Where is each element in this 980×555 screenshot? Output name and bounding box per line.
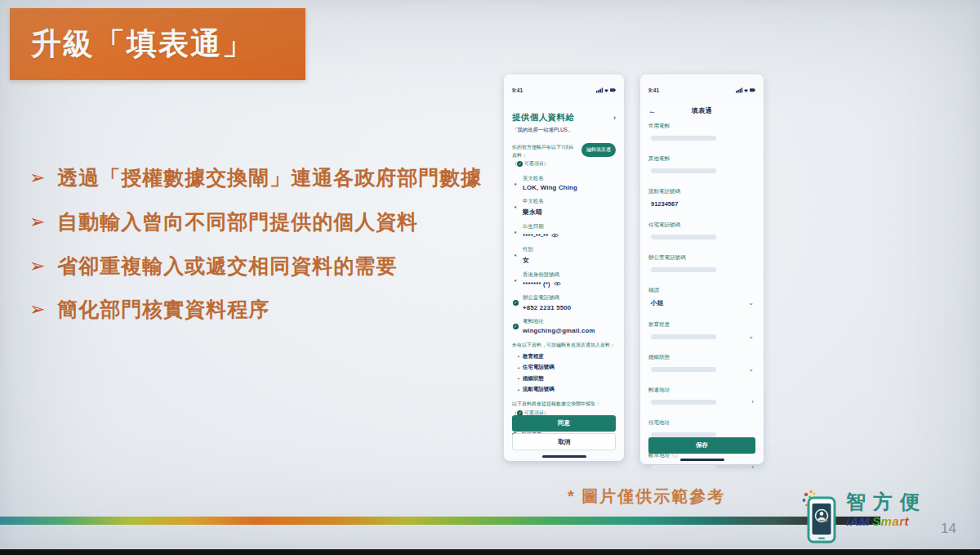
logo-name-en: iAMSmart [846, 514, 927, 528]
field-value-row: 樂永晴 [523, 205, 544, 217]
phone-screenshot-form-filler: 9:41 ← 填表通 常用電郵其他電郵流動電話號碼91234567住宅電話號碼辦… [640, 74, 764, 464]
faint-placeholder [651, 267, 716, 272]
check-circle-icon: ✓ [512, 294, 519, 310]
personal-data-field: ✓辦公室電話號碼+852 2231 5500 [512, 294, 616, 311]
form-field-value-row[interactable] [648, 234, 755, 240]
field-value-row: ****-**-** [523, 231, 559, 240]
field-content: 英文姓名LOK, Wing Ching [523, 175, 577, 192]
slide-title-banner: 升級「填表通」 [10, 8, 305, 80]
form-field-label-row: 住宅地址 [648, 419, 755, 427]
logo-name-zh: 智方便 [846, 491, 927, 512]
back-arrow-icon[interactable]: ← [648, 106, 657, 115]
field-label: 電郵地址 [523, 318, 595, 325]
chevron-right-icon[interactable]: › [751, 400, 754, 405]
missing-data-item: •教育程度 [512, 353, 616, 360]
missing-data-label: 住宅電話號碼 [523, 364, 554, 371]
form-field[interactable]: 婚姻狀態⌄ [648, 354, 755, 373]
form-field-label-row: 常用電郵 [648, 123, 755, 130]
provide-data-header-row[interactable]: 提供個人資料給 › [512, 112, 616, 123]
form-field-label: 住宅電話號碼 [648, 222, 680, 229]
form-field[interactable]: 帳單地址ⓘ› [648, 452, 755, 471]
bullet-dot-icon: • [518, 354, 519, 359]
field-content: 出生日期****-**-** [523, 223, 559, 240]
field-label: 英文姓名 [523, 175, 577, 182]
personal-data-field-list: *英文姓名LOK, Wing Ching*中文姓名樂永晴*出生日期****-**… [512, 175, 616, 335]
exchange-gateway-note: 以下資料將會從授權數據交換閘中獲取： [512, 401, 616, 408]
logo-en-suffix: Smart [872, 514, 909, 528]
chevron-right-icon[interactable]: › [751, 465, 754, 470]
form-field-value-row[interactable]: › [648, 399, 755, 405]
personal-data-field: ✓電郵地址wingching@gmail.com [512, 318, 616, 335]
field-label: 中文姓名 [523, 198, 544, 205]
bullet-arrow-icon: ➢ [29, 166, 45, 190]
bullet-arrow-icon: ➢ [29, 298, 45, 321]
bullet-text: 自動輸入曾向不同部門提供的個人資料 [57, 210, 418, 234]
account-data-intro: 你的智方便帳戶有以下7項目資料： （✓ 可選項目） [512, 143, 578, 168]
chevron-down-icon[interactable]: ⌄ [748, 301, 754, 306]
chevron-down-icon[interactable]: ⌄ [748, 334, 754, 339]
form-field[interactable]: 郵遞地址› [648, 387, 755, 405]
bullet-item: ➢自動輸入曾向不同部門提供的個人資料 [29, 210, 499, 234]
form-field[interactable]: 稱謂小姐⌄ [648, 287, 755, 307]
form-field-label-row: 辦公室電話號碼 [648, 254, 755, 262]
missing-data-label: 教育程度 [523, 353, 544, 360]
form-field[interactable]: 常用電郵 [648, 123, 755, 141]
status-icons [596, 87, 616, 93]
cancel-button[interactable]: 取消 [512, 433, 616, 450]
agree-button[interactable]: 同意 [512, 415, 616, 432]
bullet-item: ➢簡化部門核實資料程序 [29, 298, 499, 321]
form-field-value-row[interactable]: ⌄ [648, 366, 755, 373]
bullet-text: 透過「授權數據交換閘」連通各政府部門數據 [57, 166, 482, 190]
form-field-value-row[interactable] [648, 135, 755, 141]
bullet-list: ➢透過「授權數據交換閘」連通各政府部門數據➢自動輸入曾向不同部門提供的個人資料➢… [29, 166, 499, 342]
signal-wifi-battery-icons [596, 87, 616, 93]
form-field[interactable]: 住宅電話號碼 [648, 222, 755, 240]
eye-icon[interactable] [551, 231, 559, 238]
form-field-value-row[interactable]: 91234567 [648, 200, 755, 208]
status-time: 9:41 [648, 87, 659, 93]
form-field-label-row: 教育程度 [648, 321, 755, 329]
service-name: 「我的政府一站通PLUS」 [512, 127, 616, 134]
personal-data-field: *中文姓名樂永晴 [512, 198, 616, 217]
field-value: LOK, Wing Ching [523, 184, 577, 191]
missing-data-item: •婚姻狀態 [512, 375, 616, 383]
field-value-row: wingching@gmail.com [523, 325, 595, 335]
page-number: 14 [941, 521, 956, 537]
form-field-label: 住宅地址 [648, 419, 670, 427]
nav-title: 填表通 [648, 106, 755, 115]
slide-title: 升級「填表通」 [31, 24, 254, 65]
photo-bottom-edge [0, 549, 980, 555]
save-button[interactable]: 保存 [648, 437, 755, 454]
required-asterisk-icon: * [512, 223, 519, 239]
field-content: 中文姓名樂永晴 [523, 198, 544, 217]
form-field-label-row: 住宅電話號碼 [648, 222, 755, 229]
missing-data-note: 未有以下資料，可按編輯更改填表通加入資料： [512, 342, 616, 349]
form-field-value-row[interactable]: ⌄ [648, 333, 755, 340]
form-field-value-row[interactable] [648, 266, 755, 273]
form-field[interactable]: 教育程度⌄ [648, 321, 755, 340]
form-field-label-row: 流動電話號碼 [648, 188, 755, 195]
form-field[interactable]: 其他電郵 [648, 155, 755, 174]
bullet-arrow-icon: ➢ [29, 210, 45, 234]
form-field-value-row[interactable]: 小姐⌄ [648, 299, 755, 307]
eye-icon[interactable] [554, 280, 561, 286]
form-field-label-row: 其他電郵 [648, 155, 755, 163]
check-circle-icon: ✓ [517, 161, 523, 167]
form-field-value-row[interactable]: › [648, 464, 755, 471]
status-icons [736, 87, 755, 93]
form-field[interactable]: 辦公室電話號碼 [648, 254, 755, 273]
form-field[interactable]: 住宅地址 [648, 419, 755, 438]
edit-form-filler-button[interactable]: 編輯填表通 [581, 143, 616, 157]
chevron-down-icon[interactable]: ⌄ [748, 367, 754, 372]
field-value-row: LOK, Wing Ching [523, 182, 577, 192]
form-field-value-row[interactable] [648, 168, 755, 174]
missing-data-label: 婚姻狀態 [523, 375, 544, 383]
form-field-label: 婚姻狀態 [648, 354, 670, 361]
form-field[interactable]: 流動電話號碼91234567 [648, 188, 755, 208]
field-value: +852 2231 5500 [523, 304, 571, 311]
check-circle-icon: ✓ [512, 318, 519, 333]
provide-data-title: 提供個人資料給 [512, 112, 574, 123]
field-label: 香港身份證號碼 [523, 271, 561, 279]
personal-data-field: *性別女 [512, 246, 616, 265]
faint-placeholder [651, 400, 716, 405]
